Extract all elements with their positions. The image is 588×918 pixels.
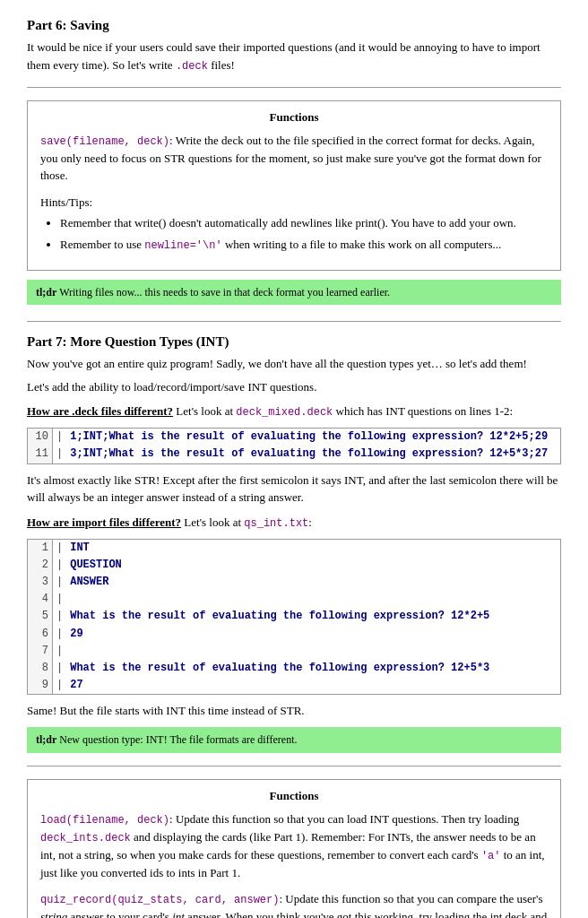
functions-title2: Functions — [40, 789, 548, 803]
part6-intro: It would be nice if your users could sav… — [27, 39, 561, 74]
linenum-10: 10 — [28, 429, 53, 446]
code-row-10: 10 | 1;INT;What is the result of evaluat… — [28, 429, 560, 446]
linenum-7: 7 — [28, 643, 53, 660]
part7-intro1: Now you've got an entire quiz program! S… — [27, 355, 561, 373]
deck-code-block: 10 | 1;INT;What is the result of evaluat… — [27, 428, 561, 463]
divider1 — [27, 87, 561, 88]
deck-mixed-code: deck_mixed.deck — [236, 406, 333, 419]
import-content-4 — [66, 591, 74, 608]
after-deck-text: It's almost exactly like STR! Except aft… — [27, 472, 561, 507]
code-content-11: 3;INT;What is the result of evaluating t… — [66, 446, 551, 463]
import-row-8: 8 | What is the result of evaluating the… — [28, 660, 560, 677]
import-content-1: INT — [66, 540, 93, 557]
linenum-2: 2 — [28, 557, 53, 574]
import-diff-label: How are import files different? — [27, 515, 181, 529]
linenum-1: 1 — [28, 540, 53, 557]
code-row-11: 11 | 3;INT;What is the result of evaluat… — [28, 446, 560, 463]
import-content-2: QUESTION — [66, 557, 125, 574]
code-content-10: 1;INT;What is the result of evaluating t… — [66, 429, 551, 446]
part6-func1: save(filename, deck): Write the deck out… — [40, 132, 548, 185]
linenum-8: 8 — [28, 660, 53, 677]
linenum-9: 9 — [28, 677, 53, 694]
deck-diff-label: How are .deck files different? — [27, 404, 173, 418]
part6-functions-box: Functions save(filename, deck): Write th… — [27, 100, 561, 271]
part7-functions-box: Functions load(filename, deck): Update t… — [27, 779, 561, 918]
linenum-5: 5 — [28, 608, 53, 625]
hint2: Remember to use newline='\n' when writin… — [60, 236, 548, 254]
func-quiz-italic2: int — [172, 910, 185, 918]
part7-tldr1: tl;dr New question type: INT! The file f… — [27, 727, 561, 753]
import-content-9: 27 — [66, 677, 86, 694]
same-text: Same! But the file starts with INT this … — [27, 702, 561, 720]
import-code-block: 1 | INT 2 | QUESTION 3 | ANSWER 4 | — [27, 539, 561, 696]
import-row-5: 5 | What is the result of evaluating the… — [28, 608, 560, 625]
import-content-7 — [66, 643, 74, 660]
func-load: load(filename, deck): Update this functi… — [40, 810, 548, 882]
func-load-name: load(filename, deck) — [40, 814, 169, 827]
part6-section: Part 6: Saving It would be nice if your … — [27, 18, 561, 305]
import-diff-para: How are import files different? Let's lo… — [27, 514, 561, 532]
part6-tldr: tl;dr Writing files now... this needs to… — [27, 280, 561, 306]
import-content-5: What is the result of evaluating the fol… — [66, 608, 493, 625]
func-quiz-italic: string — [40, 910, 67, 918]
linenum-4: 4 — [28, 591, 53, 608]
divider2 — [27, 321, 561, 322]
import-row-6: 6 | 29 — [28, 626, 560, 643]
linenum-3: 3 — [28, 574, 53, 591]
import-row-4: 4 | — [28, 591, 560, 608]
part6-title: Part 6: Saving — [27, 18, 561, 33]
page-content: Part 6: Saving It would be nice if your … — [0, 0, 588, 918]
a-code: 'a' — [481, 850, 501, 862]
deck-ints-code: deck_ints.deck — [40, 832, 131, 844]
import-row-9: 9 | 27 — [28, 677, 560, 694]
hints-label1: Hints/Tips: — [40, 194, 548, 212]
qs-int-code: qs_int.txt — [244, 517, 308, 530]
part7-section: Part 7: More Question Types (INT) Now yo… — [27, 334, 561, 918]
deck-diff-para: How are .deck files different? Let's loo… — [27, 403, 561, 420]
import-row-2: 2 | QUESTION — [28, 557, 560, 574]
import-row-7: 7 | — [28, 643, 560, 660]
func1-name: save(filename, deck) — [40, 135, 169, 148]
divider3 — [27, 766, 561, 766]
part7-title: Part 7: More Question Types (INT) — [27, 334, 561, 350]
part7-intro2: Let's add the ability to load/record/imp… — [27, 378, 561, 396]
hints-list1: Remember that write() doesn't automatica… — [40, 214, 548, 254]
hint2-code: newline='\n' — [144, 239, 221, 252]
import-row-3: 3 | ANSWER — [28, 574, 560, 591]
part6-intro-code: .deck — [176, 60, 208, 73]
tldr2-label: tl;dr — [36, 733, 56, 746]
import-content-3: ANSWER — [66, 574, 112, 591]
import-row-1: 1 | INT — [28, 540, 560, 557]
import-content-8: What is the result of evaluating the fol… — [66, 660, 493, 677]
tldr1-label: tl;dr — [36, 286, 56, 299]
func-quiz: quiz_record(quiz_stats, card, answer): U… — [40, 890, 548, 918]
func-quiz-name: quiz_record(quiz_stats, card, answer) — [40, 894, 279, 906]
functions-title1: Functions — [40, 110, 548, 125]
linenum-11: 11 — [28, 446, 53, 463]
hint1: Remember that write() doesn't automatica… — [60, 214, 548, 232]
import-content-6: 29 — [66, 626, 86, 643]
linenum-6: 6 — [28, 626, 53, 643]
